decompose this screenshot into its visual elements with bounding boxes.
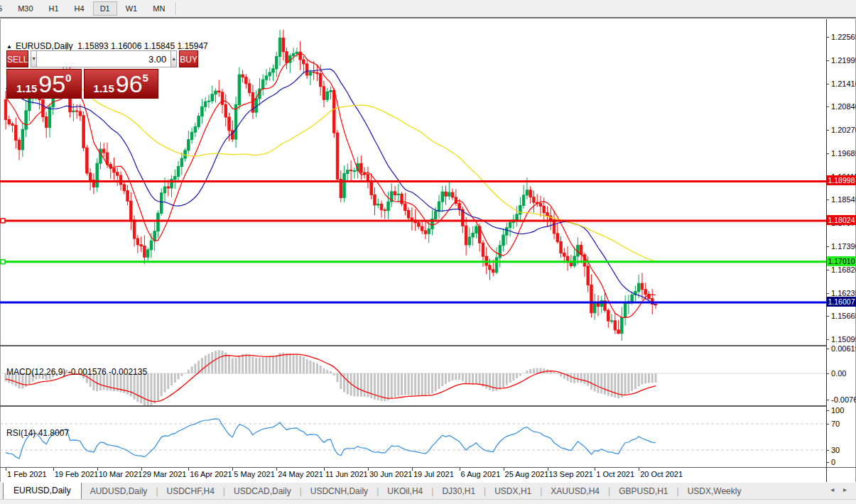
time-tick-label: 16 Apr 2021 [190,470,232,478]
buy-button[interactable]: BUY [179,50,198,67]
rsi-pane[interactable] [0,407,826,467]
macd-axis-label: 0.006193 [831,344,856,353]
time-tick-label: 24 May 2021 [278,470,323,478]
pane-separator[interactable] [0,345,826,346]
chart-tab-xauusd-h4[interactable]: XAUUSD,H4 [542,483,608,500]
chart-tab-usdx-weekly[interactable]: USDX,Weekly [679,483,750,500]
macd-axis-label: -0.007621 [831,395,856,404]
time-tick-label: 19 Feb 2021 [55,470,99,478]
time-tick-mark [324,468,325,471]
timeframe-button-h1[interactable]: H1 [42,1,66,16]
price-tick-label: 1.18545 [831,195,856,204]
price-tick-mark [826,199,829,200]
chart-tab-gbpusd-h1[interactable]: GBPUSD,H1 [610,483,676,500]
rsi-indicator-label: RSI(14) 41.8007 [6,428,69,438]
price-tick-mark [826,339,829,340]
sell-price-box[interactable]: 1.15 95 0 [6,69,82,99]
lot-size-input[interactable] [37,50,170,67]
macd-axis-label: 0.00 [831,369,846,378]
chart-title: ▲EURUSD,Daily 1.15893 1.16006 1.15845 1.… [6,41,208,51]
price-tick-label: 1.20270 [831,126,856,134]
macd-indicator-label: MACD(12,26,9) -0.001576 -0.002135 [6,367,147,377]
price-tick-mark [826,37,829,38]
chart-tab-eurusd-daily[interactable]: EURUSD,Daily [3,482,82,500]
time-tick-mark [504,468,504,471]
time-tick-label: 5 May 2021 [234,470,274,478]
collapse-icon[interactable]: ▲ [6,43,12,50]
tab-scroll-buttons: ◂ ▸ [827,486,850,493]
price-tick-label: 1.15665 [831,312,856,320]
pane-separator [0,467,856,468]
price-tick-mark [826,316,829,317]
tab-scroll-right-icon[interactable]: ▸ [840,486,850,493]
macd-tick-mark [826,373,829,374]
time-tick-label: 30 Jun 2021 [369,470,413,478]
chart-tab-usdx-h1[interactable]: USDX,H1 [486,483,540,500]
line-price-label: 1.17010 [827,256,856,266]
time-tick-mark [368,468,369,471]
line-price-label: 1.16007 [827,297,856,307]
price-tick-label: 1.21995 [831,56,856,65]
time-tick-mark [595,468,595,471]
rsi-axis-label: 30 [831,446,840,454]
chart-tab-ukoil-h4[interactable]: UKOil,H4 [379,483,431,500]
price-tick-mark [826,293,829,294]
time-tick-label: 1 Oct 2021 [596,470,634,478]
rsi-axis-label: 0 [831,458,835,466]
sell-button[interactable]: SELL [6,50,28,67]
sell-price-main: 95 [38,70,65,97]
price-tick-mark [826,130,829,131]
time-tick-label: 13 Sep 2021 [549,470,593,478]
time-tick-label: 20 Oct 2021 [640,470,683,478]
timeframe-button-m30[interactable]: M30 [11,1,40,16]
timeframe-button-d1[interactable]: D1 [93,1,117,16]
pane-separator[interactable] [0,405,826,407]
buy-price-box[interactable]: 1.15 96 5 [84,69,159,99]
timeframe-button-w1[interactable]: W1 [119,1,145,16]
price-tick-mark [826,153,829,154]
chart-tab-usdchf-h4[interactable]: USDCHF,H4 [158,483,223,500]
price-tick-label: 1.15095 [831,335,856,344]
chart-tab-audusd-daily[interactable]: AUDUSD,Daily [82,483,156,500]
line-price-label: 1.18024 [827,215,856,225]
macd-tick-mark [826,400,829,400]
buy-price-sup: 5 [143,72,148,84]
price-tick-label: 1.22565 [831,33,856,41]
timeframe-button-mn[interactable]: MN [146,1,172,16]
price-tick-label: 1.21410 [831,80,856,88]
rsi-tick-mark [826,424,829,424]
tab-scroll-left-icon[interactable]: ◂ [827,486,838,493]
chart-symbol-label: EURUSD,Daily [16,41,73,51]
time-tick-mark [460,468,460,471]
time-tick-label: 6 Aug 2021 [461,470,501,478]
time-tick-label: 11 Jun 2021 [325,470,368,478]
time-tick-label: 25 Aug 2021 [505,470,549,478]
rsi-tick-mark [826,450,829,451]
lot-decrease-button[interactable]: ▼ [31,50,37,67]
time-tick-label: 19 Jul 2021 [413,470,454,478]
sell-price-prefix: 1.15 [16,82,37,94]
chart-tab-usdcad-daily[interactable]: USDCAD,Daily [225,483,300,500]
line-price-label: 1.18998 [827,175,856,185]
time-tick-mark [188,468,189,471]
timeframe-button-5[interactable]: 5 [0,1,9,16]
rsi-tick-mark [826,462,829,463]
lot-increase-button[interactable]: ▲ [170,50,177,67]
time-tick-mark [6,468,6,471]
timeframe-button-h4[interactable]: H4 [67,1,92,16]
buy-price-prefix: 1.15 [94,82,114,94]
buy-price-main: 96 [116,70,143,97]
price-tick-mark [826,106,829,107]
price-tick-mark [826,84,829,84]
chart-tab-dj30-h1[interactable]: DJ30,H1 [433,483,484,500]
toolbar-separator [175,2,177,15]
mt4-window: { "toolbar": {"timeframes": ["5","M30","… [0,0,856,504]
price-tick-label: 1.19685 [831,149,856,158]
time-tick-mark [232,468,233,471]
time-tick-mark [412,468,413,471]
rsi-axis-label: 70 [831,420,840,428]
one-click-trade-panel: SELL ▼ ▲ BUY 1.15 95 0 1.15 96 5 [6,50,158,99]
price-tick-label: 1.16820 [831,265,856,274]
price-tick-mark [826,60,829,61]
chart-tab-usdcnh-daily[interactable]: USDCNH,Daily [302,483,376,500]
